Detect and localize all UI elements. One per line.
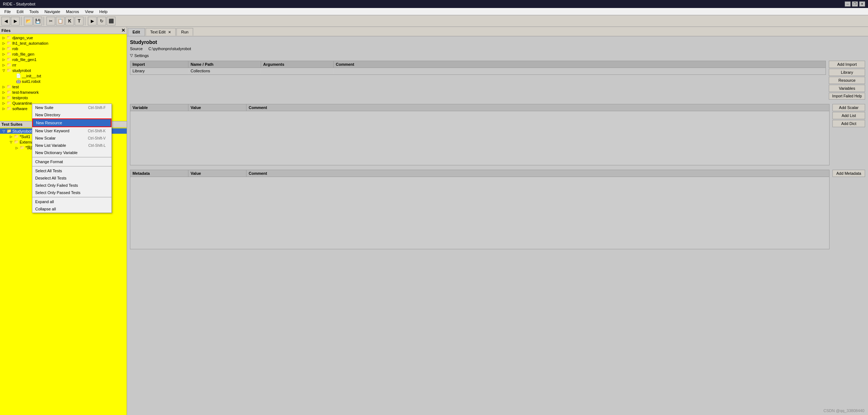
ctx-new-dict-variable[interactable]: New Dictionary Variable xyxy=(32,149,111,156)
ctx-deselect-all-tests-label: Deselect All Tests xyxy=(35,176,66,180)
tab-run-label: Run xyxy=(181,30,188,34)
folder-icon: 📁 xyxy=(7,95,12,100)
tab-text-edit[interactable]: Text Edit ✕ xyxy=(146,28,176,36)
file-testproto[interactable]: ▷ 📁 testproto xyxy=(0,95,127,100)
ctx-sep2 xyxy=(32,166,111,166)
ctx-new-scalar[interactable]: New Scalar Ctrl-Shift-V xyxy=(32,134,111,142)
menu-bar: File Edit Tools Navigate Macros View Hel… xyxy=(0,8,868,15)
toolbar-save[interactable]: 💾 xyxy=(33,17,42,25)
files-close[interactable]: ✕ xyxy=(121,28,125,33)
import-table-body: Library Collections xyxy=(130,68,826,75)
settings-toggle[interactable]: ▽ Settings xyxy=(130,53,865,58)
file-init-txt[interactable]: 📄 __init__.txt xyxy=(0,73,127,78)
minimize-button[interactable]: ─ xyxy=(845,1,851,7)
import-comment xyxy=(334,68,826,74)
ctx-new-resource[interactable]: New Resource xyxy=(32,118,111,127)
restore-button[interactable]: ❐ xyxy=(852,1,858,7)
library-button[interactable]: Library xyxy=(829,69,865,76)
expand-icon: ▷ xyxy=(1,52,6,56)
ctx-deselect-all-tests[interactable]: Deselect All Tests xyxy=(32,174,111,182)
ctx-new-scalar-label: New Scalar xyxy=(35,136,56,140)
toolbar-stop[interactable]: ⬛ xyxy=(107,17,115,25)
var-col-comment: Comment xyxy=(246,104,829,111)
ctx-new-suite-label: New Suite xyxy=(35,105,53,110)
toolbar-k[interactable]: K xyxy=(65,17,74,25)
ctx-new-dict-variable-label: New Dictionary Variable xyxy=(35,150,78,155)
toolbar-t[interactable]: T xyxy=(75,17,83,25)
add-list-button[interactable]: Add List xyxy=(832,112,865,119)
file-label: rob_file_gen xyxy=(12,52,34,56)
resource-button[interactable]: Resource xyxy=(829,77,865,84)
folder-icon: 📁 xyxy=(7,41,12,45)
file-rob-file-gen1[interactable]: ▷ 📁 rob_file_gen1 xyxy=(0,57,127,62)
meta-col-comment: Comment xyxy=(246,170,829,177)
expand-icon: ▷ xyxy=(1,107,6,110)
file-django-vue[interactable]: ▷ 📁 django_vue xyxy=(0,35,127,40)
file-rob-file-gen[interactable]: ▷ 📁 rob_file_gen xyxy=(0,51,127,57)
menu-macros[interactable]: Macros xyxy=(63,9,82,15)
add-dict-button[interactable]: Add Dict xyxy=(832,120,865,127)
ctx-expand-all[interactable]: Expand all xyxy=(32,198,111,205)
file-rrr[interactable]: ▷ 📁 rrr xyxy=(0,62,127,68)
expand-icon: ▷ xyxy=(1,85,6,89)
file-label: testproto xyxy=(12,96,28,100)
toolbar-refresh[interactable]: ↻ xyxy=(97,17,106,25)
expand-icon: ▷ xyxy=(1,41,6,45)
file-test-framework[interactable]: ▷ 📁 test-framework xyxy=(0,89,127,95)
toolbar-back[interactable]: ◀ xyxy=(1,17,10,25)
folder-icon: 📁 xyxy=(7,90,12,94)
ctx-new-list-variable[interactable]: New List Variable Ctrl-Shift-L xyxy=(32,142,111,149)
menu-edit[interactable]: Edit xyxy=(14,9,27,15)
tab-run[interactable]: Run xyxy=(176,28,193,36)
file-rob[interactable]: ▷ 📁 rob xyxy=(0,46,127,51)
file-lh1[interactable]: ▷ 📁 lh1_test_automation xyxy=(0,40,127,46)
suite-label: Studyrobot xyxy=(12,129,32,133)
file-icon: 📄 xyxy=(16,73,21,78)
file-label: test-framework xyxy=(12,90,39,94)
import-table-header: Import Name / Path Arguments Comment xyxy=(130,61,826,68)
file-icon: 🤖 xyxy=(16,79,21,84)
toolbar-sep1 xyxy=(21,17,23,25)
ctx-select-all-tests[interactable]: Select All Tests xyxy=(32,167,111,174)
ctx-change-format[interactable]: Change Format xyxy=(32,158,111,165)
variables-button[interactable]: Variables xyxy=(829,85,865,92)
tab-text-edit-close[interactable]: ✕ xyxy=(168,30,171,34)
add-import-button[interactable]: Add Import xyxy=(829,61,865,68)
toolbar-open[interactable]: 📂 xyxy=(24,17,33,25)
ctx-collapse-all[interactable]: Collapse all xyxy=(32,205,111,213)
variables-table-body xyxy=(130,111,830,165)
tab-edit[interactable]: Edit xyxy=(128,28,145,36)
ctx-new-directory[interactable]: New Directory xyxy=(32,111,111,118)
add-metadata-button[interactable]: Add Metadata xyxy=(832,170,865,177)
ctx-select-passed[interactable]: Select Only Passed Tests xyxy=(32,189,111,196)
menu-file[interactable]: File xyxy=(1,9,14,15)
folder-icon: 📁 xyxy=(14,140,19,144)
menu-navigate[interactable]: Navigate xyxy=(41,9,63,15)
file-suit1[interactable]: 🤖 suit1.robot xyxy=(0,78,127,84)
variable-buttons: Add Scalar Add List Add Dict xyxy=(832,104,865,127)
menu-help[interactable]: Help xyxy=(97,9,111,15)
file-studyrobot[interactable]: ▽ 📁 studyrobot xyxy=(0,68,127,73)
ctx-new-user-keyword[interactable]: New User Keyword Ctrl-Shift-K xyxy=(32,127,111,134)
expand-icon: ▷ xyxy=(15,146,19,150)
metadata-buttons: Add Metadata xyxy=(832,170,865,177)
source-label: Source xyxy=(130,47,143,51)
toolbar-copy[interactable]: 📋 xyxy=(56,17,65,25)
menu-tools[interactable]: Tools xyxy=(27,9,42,15)
variables-header: Variable Value Comment xyxy=(130,104,830,111)
toolbar-forward[interactable]: ▶ xyxy=(11,17,20,25)
import-failed-help-button[interactable]: Import Failed Help xyxy=(829,93,865,100)
suite-label: *Suit1 xyxy=(20,134,30,139)
toolbar-cut[interactable]: ✂ xyxy=(46,17,55,25)
import-row-library[interactable]: Library Collections xyxy=(130,68,826,74)
ctx-select-failed[interactable]: Select Only Failed Tests xyxy=(32,182,111,189)
variables-section: Variable Value Comment Add Scalar Add Li… xyxy=(130,104,865,165)
close-button[interactable]: ✕ xyxy=(859,1,865,7)
menu-view[interactable]: View xyxy=(82,9,97,15)
ctx-new-suite[interactable]: New Suite Ctrl-Shift-F xyxy=(32,104,111,111)
file-label: software xyxy=(12,106,28,111)
add-scalar-button[interactable]: Add Scalar xyxy=(832,104,865,111)
toolbar-run[interactable]: ▶ xyxy=(88,17,97,25)
ctx-select-failed-label: Select Only Failed Tests xyxy=(35,183,78,188)
file-test[interactable]: ▷ 📁 test xyxy=(0,84,127,89)
